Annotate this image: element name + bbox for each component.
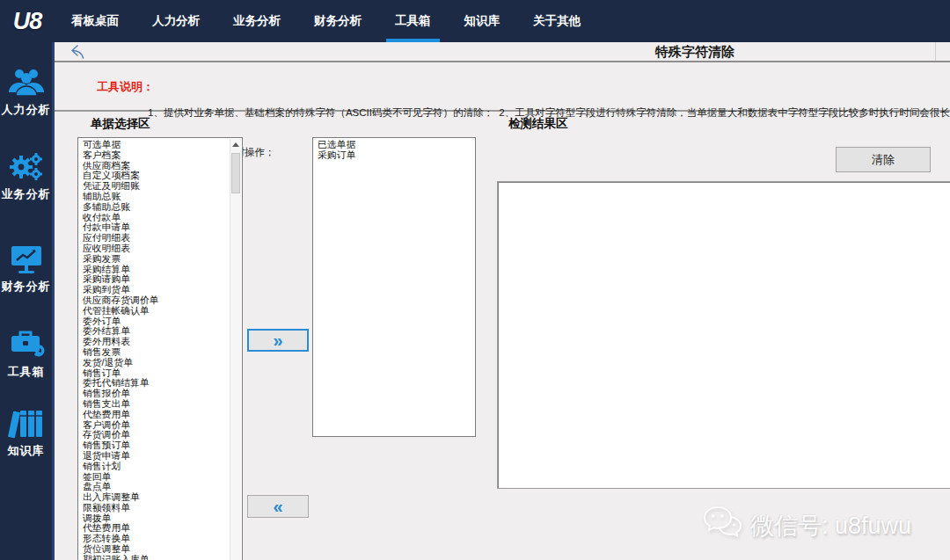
page-title: 特殊字符清除 [563,44,827,61]
wechat-icon [702,505,742,548]
tab-finance-analysis[interactable]: 财务分析 [297,0,378,42]
u8-logo: U8 [0,8,55,35]
list-item[interactable]: 应收明细表 [83,244,242,254]
listbox-scrollbar[interactable] [230,139,241,560]
scrollbar-thumb[interactable] [231,153,240,193]
list-item[interactable]: 发货/退货单 [83,358,242,368]
tab-about-others[interactable]: 关于其他 [516,0,597,42]
sidebar: 人力分析业务分析财务分析工具箱知识库 [0,42,55,560]
topbar: U8 看板桌面人力分析业务分析财务分析工具箱知识库关于其他 [0,0,950,42]
list-item[interactable]: 多辅助总账 [83,202,242,213]
instructions-text: 1、提供对业务单据、基础档案的特殊字符（ASCII码类不可见字符）的清除； 2、… [148,80,950,185]
available-documents-list: 可选单据客户档案供应商档案自定义项档案凭证及明细账辅助总账多辅助总账收付款单付款… [78,138,242,560]
move-right-button[interactable]: » [247,329,309,352]
list-item[interactable]: 代管挂帐确认单 [83,306,242,316]
gears-icon [0,149,52,185]
top-nav: 看板桌面人力分析业务分析财务分析工具箱知识库关于其他 [55,0,597,42]
sidebar-item-label: 知识库 [0,443,52,459]
selected-documents-list: 已选单据采购订单 [313,138,475,161]
list-item[interactable]: 限额领料单 [83,503,242,513]
list-item[interactable]: 代垫费用单 [83,410,242,420]
detection-result-box[interactable] [497,181,950,489]
sidebar-item-business-analysis[interactable]: 业务分析 [0,149,52,202]
list-item[interactable]: 退货申请单 [83,451,242,462]
sidebar-item-label: 财务分析 [0,279,52,295]
scroll-up-icon[interactable] [232,142,239,147]
sidebar-item-finance-analysis[interactable]: 财务分析 [0,241,52,295]
sidebar-item-label: 人力分析 [0,102,52,118]
list-item[interactable]: 期初记账入库单 [83,555,242,560]
selection-area-title: 单据选择区 [91,116,150,132]
list-item[interactable]: 采购订单 [318,150,475,161]
list-item[interactable]: 销售发票 [83,347,242,358]
selected-documents-listbox[interactable]: 已选单据采购订单 [312,137,476,437]
tab-knowledge-base[interactable]: 知识库 [448,0,517,42]
result-area-title: 检测结果区 [508,116,568,132]
list-item[interactable]: 销售计划 [83,462,242,472]
list-item[interactable]: 销售支出单 [83,399,242,410]
sidebar-item-hr-analysis[interactable]: 人力分析 [0,64,52,118]
list-item[interactable]: 采购发票 [83,254,242,265]
list-item[interactable]: 辅助总账 [83,192,242,202]
chart-icon [0,241,52,278]
people-icon [0,64,52,101]
sidebar-item-knowledge-base[interactable]: 知识库 [0,405,52,459]
sidebar-item-toolbox[interactable]: 工具箱 [0,326,52,380]
page-header: 特殊字符清除 [55,42,950,62]
list-item[interactable]: 供应商存货调价单 [83,295,242,306]
watermark: 微信号: u8fuwu [702,498,950,553]
instructions-label: 工具说明： [97,79,154,95]
tab-hr-analysis[interactable]: 人力分析 [135,0,216,42]
tab-kanban-desktop[interactable]: 看板桌面 [55,0,135,42]
watermark-text: 微信号: u8fuwu [750,510,911,542]
tab-toolbox[interactable]: 工具箱 [378,0,448,42]
move-left-button[interactable]: « [247,495,309,518]
clear-button[interactable]: 清除 [836,147,931,172]
sidebar-item-label: 业务分析 [0,186,52,202]
sidebar-item-label: 工具箱 [0,364,52,380]
back-icon[interactable] [70,45,86,59]
tool-instructions: 工具说明： 1、提供对业务单据、基础档案的特殊字符（ASCII码类不可见字符）的… [55,64,950,112]
tab-business-analysis[interactable]: 业务分析 [216,0,297,42]
available-documents-listbox[interactable]: 可选单据客户档案供应商档案自定义项档案凭证及明细账辅助总账多辅助总账收付款单付款… [77,137,243,560]
books-icon [0,405,52,442]
instructions-line-2: 3、建议在无人使用时操作； [148,146,950,159]
list-item[interactable]: 客户档案 [83,150,242,161]
toolbox-icon [0,326,52,363]
